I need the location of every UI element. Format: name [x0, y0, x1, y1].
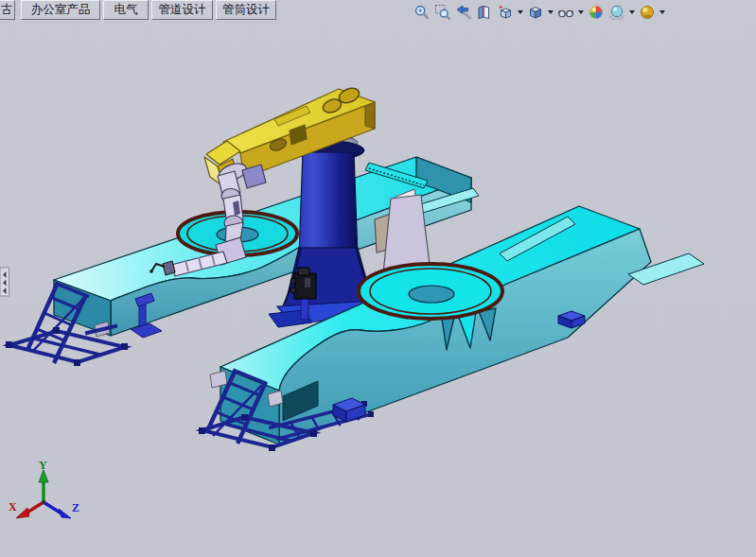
hide-show-items-icon[interactable]	[556, 3, 575, 22]
previous-view-icon[interactable]	[454, 3, 473, 22]
tab-piping-design[interactable]: 管道设计	[151, 0, 213, 20]
view-settings-dropdown[interactable]	[659, 3, 666, 22]
triad-z-label: Z	[72, 501, 79, 514]
view-settings-icon[interactable]	[638, 3, 657, 22]
triad-y-label: Y	[39, 459, 47, 472]
heads-up-toolbar	[413, 2, 666, 23]
triad-x-label: X	[9, 500, 17, 513]
tab-label: 电气	[114, 3, 138, 16]
apply-scene-icon[interactable]	[607, 3, 626, 22]
tab-label: 管道设计	[159, 3, 206, 16]
tab-electrical[interactable]: 电气	[103, 0, 149, 20]
feature-tree-flyout-button[interactable]	[0, 268, 9, 296]
edit-appearance-icon[interactable]	[587, 3, 606, 22]
display-style-icon[interactable]	[526, 3, 545, 22]
view-orientation-dropdown[interactable]	[517, 3, 524, 22]
apply-scene-dropdown[interactable]	[628, 3, 636, 22]
viewport-3d[interactable]: Y X Z	[0, 0, 756, 557]
zoom-to-fit-icon[interactable]	[413, 3, 431, 22]
display-style-dropdown[interactable]	[547, 3, 554, 22]
turntable-ring-front[interactable]	[359, 264, 502, 319]
tab-label: 古	[1, 3, 13, 16]
solidworks-window: Y X Z 古 办公室产品 电气 管道设计 管筒设计	[0, 0, 756, 557]
section-view-icon[interactable]	[475, 3, 494, 22]
view-orientation-icon[interactable]	[496, 3, 515, 22]
zoom-to-area-icon[interactable]	[433, 3, 452, 22]
tab-evaluate-partial[interactable]: 古	[0, 0, 15, 20]
tab-office-products[interactable]: 办公室产品	[21, 0, 100, 20]
hide-show-items-dropdown[interactable]	[577, 3, 585, 22]
tab-tubing-design[interactable]: 管筒设计	[216, 0, 276, 20]
tab-label: 管筒设计	[222, 3, 270, 16]
tab-label: 办公室产品	[31, 3, 91, 16]
commandmanager-tab-bar: 古 办公室产品 电气 管道设计 管筒设计	[0, 0, 279, 21]
